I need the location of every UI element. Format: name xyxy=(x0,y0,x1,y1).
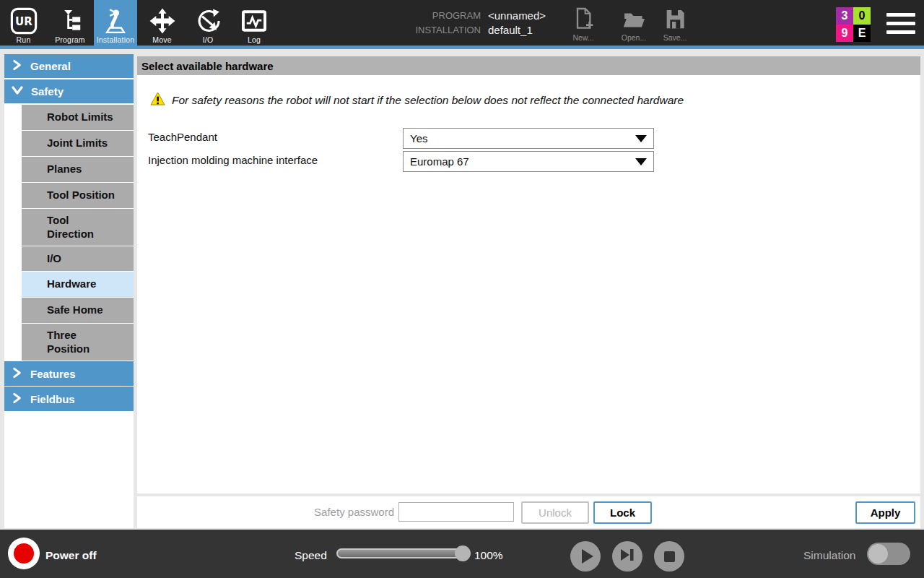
apply-button[interactable]: Apply xyxy=(855,501,915,524)
speed-slider-track[interactable] xyxy=(336,548,463,558)
power-status-button[interactable] xyxy=(8,538,40,569)
unlock-button-label: Unlock xyxy=(539,506,572,519)
page-title-bar: Select available hardware xyxy=(137,56,920,75)
checksum-cell-2: 0 xyxy=(853,7,871,25)
lock-button-label: Lock xyxy=(610,506,635,519)
open-button-label: Open... xyxy=(622,33,646,42)
tab-installation-label: Installation xyxy=(97,35,135,44)
chevron-down-icon xyxy=(12,85,31,98)
step-button[interactable] xyxy=(612,541,642,571)
teachpendant-label: TeachPendant xyxy=(148,131,217,143)
checksum-cell-3: 9 xyxy=(836,25,853,42)
open-button[interactable]: Open... xyxy=(611,7,657,42)
imm-interface-label: Injection molding machine interface xyxy=(148,154,318,166)
tab-move[interactable]: Move xyxy=(141,0,183,46)
svg-text:UR: UR xyxy=(15,15,32,28)
sidebar-item-label: Tool Position xyxy=(47,189,115,202)
chevron-right-icon xyxy=(12,392,30,406)
hamburger-menu-icon[interactable] xyxy=(886,13,915,39)
tab-io[interactable]: I/O xyxy=(188,0,228,46)
simulation-toggle[interactable] xyxy=(867,543,910,565)
imm-interface-select-value: Euromap 67 xyxy=(410,155,469,168)
power-status-label: Power off xyxy=(45,549,97,562)
checksum-cell-1: 3 xyxy=(836,7,853,25)
unlock-button[interactable]: Unlock xyxy=(521,501,589,524)
dropdown-caret-icon xyxy=(635,158,647,165)
play-icon xyxy=(582,549,593,564)
top-bar: UR Run Program Installation Move I/O Log… xyxy=(0,0,924,46)
program-caption: PROGRAM xyxy=(406,10,481,21)
sidebar-item-three-position[interactable]: Three Position xyxy=(22,324,134,361)
save-button[interactable]: Save... xyxy=(652,7,698,42)
sidebar-item-joint-limits[interactable]: Joint Limits xyxy=(22,131,134,156)
installation-caption: INSTALLATION xyxy=(406,25,481,35)
save-button-label: Save... xyxy=(663,33,687,42)
power-off-indicator-icon xyxy=(14,543,34,564)
speed-label: Speed xyxy=(295,549,327,562)
safety-password-label: Safety password xyxy=(297,506,394,518)
step-icon xyxy=(620,548,635,564)
stop-icon xyxy=(664,551,675,562)
teachpendant-select-value: Yes xyxy=(410,132,427,144)
teachpendant-select[interactable]: Yes xyxy=(403,128,654,149)
chevron-right-icon xyxy=(12,59,30,73)
sidebar-item-label: Joint Limits xyxy=(47,137,108,150)
sidebar-item-general[interactable]: General xyxy=(4,54,134,78)
warning-icon xyxy=(150,92,165,108)
sidebar-item-planes[interactable]: Planes xyxy=(22,157,134,182)
warning-text: For safety reasons the robot will not st… xyxy=(172,94,684,107)
sidebar-item-robot-limits[interactable]: Robot Limits xyxy=(22,105,134,130)
stop-button[interactable] xyxy=(654,541,684,571)
new-button-label: New... xyxy=(572,33,593,42)
new-button[interactable]: New... xyxy=(560,7,606,42)
open-folder-icon xyxy=(622,7,646,33)
sidebar-item-fieldbus[interactable]: Fieldbus xyxy=(4,387,134,411)
move-arrows-icon xyxy=(149,7,176,35)
sidebar-item-tool-direction[interactable]: Tool Direction xyxy=(22,209,134,246)
lock-button[interactable]: Lock xyxy=(593,501,652,524)
sidebar-item-label: Hardware xyxy=(47,277,96,291)
sidebar-item-label: Features xyxy=(30,368,76,380)
sidebar-item-features[interactable]: Features xyxy=(4,361,134,386)
speed-value: 100% xyxy=(474,549,503,562)
tab-run[interactable]: UR Run xyxy=(4,0,43,46)
sidebar-item-label: General xyxy=(30,60,71,72)
sidebar-item-label: Tool Direction xyxy=(47,214,113,241)
imm-interface-select[interactable]: Euromap 67 xyxy=(403,151,654,172)
page-title: Select available hardware xyxy=(141,60,274,72)
speed-slider-thumb[interactable] xyxy=(455,545,471,561)
tab-log-label: Log xyxy=(248,35,261,44)
safety-password-bar: Safety password Unlock Lock Apply xyxy=(137,496,920,528)
io-circular-arrows-icon xyxy=(194,7,222,35)
simulation-label: Simulation xyxy=(803,549,855,562)
checksum-cell-4: E xyxy=(853,25,871,42)
sidebar-item-hardware[interactable]: Hardware xyxy=(22,272,134,297)
sidebar-item-label: Safety xyxy=(31,85,64,98)
play-button[interactable] xyxy=(570,541,601,571)
tab-log[interactable]: Log xyxy=(234,0,274,46)
safety-password-input[interactable] xyxy=(398,502,514,522)
new-file-icon xyxy=(572,7,595,33)
main-panel: For safety reasons the robot will not st… xyxy=(137,75,920,493)
accent-strip xyxy=(0,46,924,49)
program-tree-icon xyxy=(56,7,84,35)
sidebar-item-safety[interactable]: Safety xyxy=(4,79,134,103)
sidebar-item-label: I/O xyxy=(47,252,61,266)
tab-program-label: Program xyxy=(55,35,85,44)
safety-checksum-badge[interactable]: 3 0 9 E xyxy=(836,7,871,42)
warning-row: For safety reasons the robot will not st… xyxy=(150,92,684,108)
log-chart-icon xyxy=(240,7,268,35)
sidebar-item-tool-position[interactable]: Tool Position xyxy=(22,183,134,208)
footer-bar: Power off Speed 100% Simulation xyxy=(0,530,924,578)
sidebar-item-label: Planes xyxy=(47,163,82,176)
program-name: <unnamed> xyxy=(488,9,546,22)
sidebar-item-label: Robot Limits xyxy=(47,111,113,124)
tab-installation[interactable]: Installation xyxy=(94,0,137,46)
sidebar-item-label: Three Position xyxy=(47,329,113,356)
tab-program[interactable]: Program xyxy=(46,0,94,46)
sidebar-item-safe-home[interactable]: Safe Home xyxy=(22,298,134,323)
installation-name: default_1 xyxy=(488,24,533,36)
tab-io-label: I/O xyxy=(203,35,214,44)
sidebar-item-io[interactable]: I/O xyxy=(22,246,134,271)
apply-button-label: Apply xyxy=(871,506,901,519)
